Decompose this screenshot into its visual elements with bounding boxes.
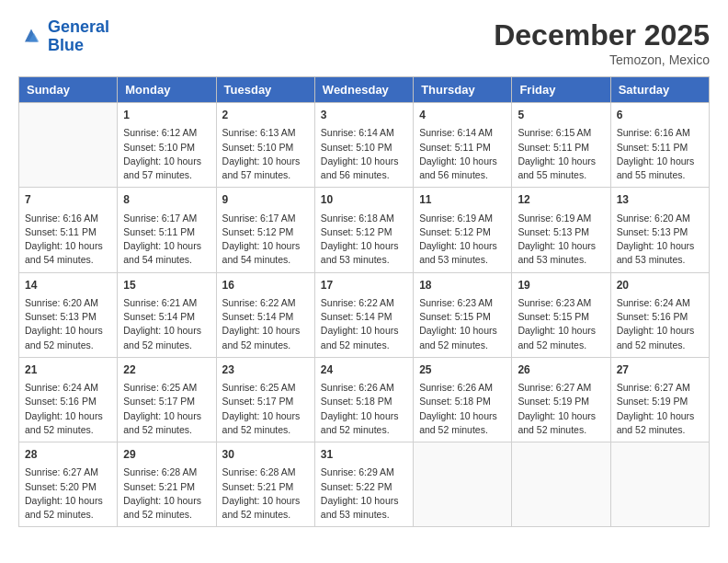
calendar-cell: 24Sunrise: 6:26 AMSunset: 5:18 PMDayligh…	[314, 357, 413, 442]
sunset-text: Sunset: 5:11 PM	[123, 226, 195, 237]
calendar-cell: 18Sunrise: 6:23 AMSunset: 5:15 PMDayligh…	[414, 272, 512, 357]
sunrise-text: Sunrise: 6:27 AM	[518, 382, 591, 393]
sunset-text: Sunset: 5:19 PM	[518, 396, 589, 407]
title-block: December 2025 Temozon, Mexico	[494, 18, 710, 67]
sunset-text: Sunset: 5:14 PM	[123, 311, 195, 322]
sunrise-text: Sunrise: 6:16 AM	[25, 213, 98, 224]
calendar-cell: 14Sunrise: 6:20 AMSunset: 5:13 PMDayligh…	[19, 272, 118, 357]
calendar-cell	[610, 442, 709, 527]
sunrise-text: Sunrise: 6:16 AM	[617, 127, 690, 138]
daylight-text: Daylight: 10 hours and 52 minutes.	[518, 410, 596, 435]
sunrise-text: Sunrise: 6:24 AM	[617, 297, 690, 308]
day-number: 8	[123, 192, 210, 208]
logo-icon	[18, 24, 44, 50]
sunset-text: Sunset: 5:15 PM	[518, 311, 589, 322]
day-number: 26	[518, 362, 604, 378]
day-number: 30	[222, 447, 309, 463]
calendar-body: 1Sunrise: 6:12 AMSunset: 5:10 PMDaylight…	[19, 103, 710, 527]
sunset-text: Sunset: 5:10 PM	[321, 142, 392, 153]
calendar-cell: 5Sunrise: 6:15 AMSunset: 5:11 PMDaylight…	[512, 103, 610, 188]
logo-text: General Blue	[48, 18, 109, 55]
day-number: 28	[25, 447, 111, 463]
sunset-text: Sunset: 5:13 PM	[25, 311, 97, 322]
sunrise-text: Sunrise: 6:14 AM	[321, 127, 394, 138]
sunset-text: Sunset: 5:12 PM	[222, 226, 294, 237]
sunset-text: Sunset: 5:19 PM	[617, 396, 688, 407]
calendar-cell: 23Sunrise: 6:25 AMSunset: 5:17 PMDayligh…	[216, 357, 314, 442]
sunrise-text: Sunrise: 6:24 AM	[25, 382, 98, 393]
daylight-text: Daylight: 10 hours and 52 minutes.	[123, 495, 201, 520]
calendar-cell: 11Sunrise: 6:19 AMSunset: 5:12 PMDayligh…	[414, 188, 512, 272]
sunset-text: Sunset: 5:14 PM	[321, 311, 392, 322]
sunrise-text: Sunrise: 6:23 AM	[518, 297, 591, 308]
sunset-text: Sunset: 5:17 PM	[222, 396, 294, 407]
calendar-cell: 13Sunrise: 6:20 AMSunset: 5:13 PMDayligh…	[610, 188, 709, 272]
day-number: 17	[321, 278, 407, 293]
day-number: 24	[321, 362, 407, 378]
daylight-text: Daylight: 10 hours and 52 minutes.	[25, 410, 103, 435]
page-header: General Blue December 2025 Temozon, Mexi…	[18, 18, 710, 67]
day-number: 31	[321, 447, 407, 463]
calendar-week-row: 21Sunrise: 6:24 AMSunset: 5:16 PMDayligh…	[19, 357, 710, 442]
calendar-cell: 12Sunrise: 6:19 AMSunset: 5:13 PMDayligh…	[512, 188, 610, 272]
sunset-text: Sunset: 5:10 PM	[123, 142, 195, 153]
day-number: 2	[222, 108, 309, 123]
day-number: 20	[617, 278, 703, 293]
day-number: 7	[25, 192, 111, 208]
daylight-text: Daylight: 10 hours and 52 minutes.	[222, 325, 301, 350]
daylight-text: Daylight: 10 hours and 56 minutes.	[321, 155, 399, 180]
sunset-text: Sunset: 5:13 PM	[617, 226, 688, 237]
calendar-cell: 7Sunrise: 6:16 AMSunset: 5:11 PMDaylight…	[19, 188, 118, 272]
daylight-text: Daylight: 10 hours and 52 minutes.	[123, 325, 201, 350]
daylight-text: Daylight: 10 hours and 57 minutes.	[123, 155, 201, 180]
sunrise-text: Sunrise: 6:29 AM	[321, 466, 394, 477]
calendar-table: SundayMondayTuesdayWednesdayThursdayFrid…	[18, 76, 710, 527]
daylight-text: Daylight: 10 hours and 52 minutes.	[25, 495, 103, 520]
sunrise-text: Sunrise: 6:19 AM	[518, 213, 591, 224]
calendar-cell: 30Sunrise: 6:28 AMSunset: 5:21 PMDayligh…	[216, 442, 314, 527]
calendar-cell	[414, 442, 512, 527]
column-header-friday: Friday	[512, 77, 610, 103]
daylight-text: Daylight: 10 hours and 54 minutes.	[222, 240, 301, 265]
sunrise-text: Sunrise: 6:27 AM	[25, 466, 98, 477]
day-number: 6	[617, 108, 703, 123]
sunrise-text: Sunrise: 6:21 AM	[123, 297, 197, 308]
calendar-cell: 3Sunrise: 6:14 AMSunset: 5:10 PMDaylight…	[314, 103, 413, 188]
day-number: 27	[617, 362, 703, 378]
calendar-cell: 26Sunrise: 6:27 AMSunset: 5:19 PMDayligh…	[512, 357, 610, 442]
sunrise-text: Sunrise: 6:17 AM	[123, 213, 197, 224]
day-number: 11	[419, 192, 506, 208]
column-header-tuesday: Tuesday	[216, 77, 314, 103]
sunrise-text: Sunrise: 6:15 AM	[518, 127, 591, 138]
calendar-cell: 20Sunrise: 6:24 AMSunset: 5:16 PMDayligh…	[610, 272, 709, 357]
sunrise-text: Sunrise: 6:12 AM	[123, 127, 197, 138]
calendar-cell: 16Sunrise: 6:22 AMSunset: 5:14 PMDayligh…	[216, 272, 314, 357]
daylight-text: Daylight: 10 hours and 55 minutes.	[518, 155, 596, 180]
column-header-monday: Monday	[118, 77, 216, 103]
month-title: December 2025	[494, 18, 710, 52]
sunrise-text: Sunrise: 6:25 AM	[222, 382, 296, 393]
sunset-text: Sunset: 5:20 PM	[25, 481, 97, 492]
calendar-cell: 22Sunrise: 6:25 AMSunset: 5:17 PMDayligh…	[118, 357, 216, 442]
calendar-cell	[512, 442, 610, 527]
daylight-text: Daylight: 10 hours and 53 minutes.	[321, 240, 399, 265]
day-number: 29	[123, 447, 210, 463]
calendar-cell: 10Sunrise: 6:18 AMSunset: 5:12 PMDayligh…	[314, 188, 413, 272]
calendar-cell: 19Sunrise: 6:23 AMSunset: 5:15 PMDayligh…	[512, 272, 610, 357]
daylight-text: Daylight: 10 hours and 52 minutes.	[222, 410, 301, 435]
daylight-text: Daylight: 10 hours and 52 minutes.	[518, 325, 596, 350]
day-number: 5	[518, 108, 604, 123]
daylight-text: Daylight: 10 hours and 52 minutes.	[321, 325, 399, 350]
sunrise-text: Sunrise: 6:17 AM	[222, 213, 296, 224]
column-header-sunday: Sunday	[19, 77, 118, 103]
sunset-text: Sunset: 5:13 PM	[518, 226, 589, 237]
day-number: 9	[222, 192, 309, 208]
sunset-text: Sunset: 5:12 PM	[321, 226, 392, 237]
day-number: 10	[321, 192, 407, 208]
sunrise-text: Sunrise: 6:26 AM	[419, 382, 493, 393]
calendar-cell: 28Sunrise: 6:27 AMSunset: 5:20 PMDayligh…	[19, 442, 118, 527]
sunset-text: Sunset: 5:15 PM	[419, 311, 491, 322]
calendar-header-row: SundayMondayTuesdayWednesdayThursdayFrid…	[19, 77, 710, 103]
column-header-saturday: Saturday	[610, 77, 709, 103]
daylight-text: Daylight: 10 hours and 52 minutes.	[25, 325, 103, 350]
